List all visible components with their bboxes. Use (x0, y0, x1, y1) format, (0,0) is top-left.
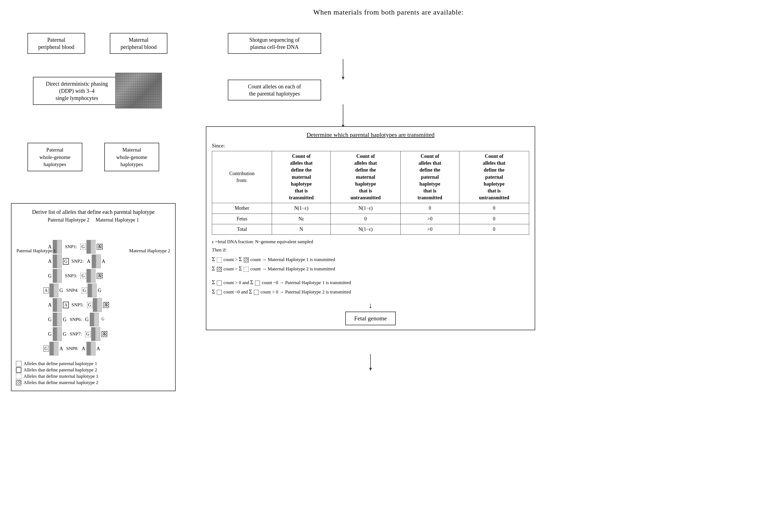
svg-marker-9 (55, 200, 58, 203)
determine-box: Determine which parental haplotypes are … (206, 126, 535, 330)
shotgun-box: Shotgun sequencing ofplasma cell-free DN… (228, 33, 321, 54)
main-title: When materials from both parents are ava… (11, 8, 766, 16)
derive-box: Derive list of alleles that define each … (11, 203, 176, 391)
snp-row-7: G G SNP7: G A (43, 327, 171, 341)
col-header-0: Contributionfrom: (212, 151, 272, 203)
col-header-3: Count ofalleles thatdefine thepaternalha… (401, 151, 459, 203)
paternal-blood-box: Paternal peripheral blood (27, 33, 85, 54)
maternal-hap2-label: Maternal Haplotype 2 (129, 248, 170, 254)
snp-row-6: G G SNP6: G G (43, 313, 171, 326)
then-if-label: Then if: (212, 247, 529, 253)
svg-marker-17 (369, 368, 372, 370)
paternal-hap1-label: Paternal Haplotype 1 (16, 248, 56, 254)
table-row-fetus: Fetus Nε 0 >0 0 (212, 214, 529, 224)
haplotype-table: Contributionfrom: Count ofalleles thatde… (212, 151, 529, 235)
legend-item-3: Alleles that define maternal haplotype 1 (16, 374, 171, 379)
ddp-box: Direct deterministic phasing(DDP) with 3… (33, 77, 121, 105)
fetal-genome-container: Fetal genome (212, 312, 529, 325)
rule-2: Σ count > Σ count → Maternal Haplotype 2… (212, 264, 529, 273)
legend-item-1: Alleles that define paternal haplotype 1 (16, 361, 171, 366)
paternal-haplotypes-box: Paternalwhole-genomehaplotypes (27, 143, 82, 171)
diagram-container: When materials from both parents are ava… (0, 0, 777, 532)
col-header-2: Count ofalleles thatdefine thematernalha… (331, 151, 401, 203)
col-header-1: Count ofalleles thatdefine thematernalha… (272, 151, 331, 203)
table-row-total: Total N N(1−ε) >0 0 (212, 224, 529, 234)
snp-row-2: A G SNP2: A (43, 254, 171, 268)
svg-marker-21 (299, 108, 302, 111)
snp-rows: A SNP1: G A (43, 240, 171, 355)
snp-row-4: A G SNP4: G G (43, 284, 171, 297)
maternal-blood-box: Maternal peripheral blood (110, 33, 168, 54)
legend-item-2: Alleles that define paternal haplotype 2 (16, 367, 171, 373)
svg-marker-11 (128, 200, 130, 203)
legend-item-4: Alleles that define maternal haplotype 2 (16, 380, 171, 386)
count-alleles-box: Count alleles on each ofthe parental hap… (228, 80, 321, 100)
rule-4: Σ count ~0 and Σ count > 0 → Paternal Ha… (212, 288, 529, 296)
fetal-genome-box: Fetal genome (345, 312, 396, 325)
col-header-4: Count ofalleles thatdefine thepaternalha… (459, 151, 529, 203)
svg-marker-13 (342, 77, 344, 80)
table-row-mother: Mother N(1−ε) N(1−ε) 0 0 (212, 203, 529, 214)
maternal-haplotypes-box: Maternalwhole-genomehaplotypes (104, 143, 159, 171)
rules-section: Σ count > Σ count → Maternal Haplotype 1… (212, 255, 529, 296)
snp-row-5: A A SNP5: G A (43, 298, 171, 312)
legend: Alleles that define paternal haplotype 1… (16, 361, 171, 386)
determine-title: Determine which parental haplotypes are … (212, 131, 529, 138)
since-label: Since: (212, 143, 529, 149)
epsilon-note: ε =fetal DNA fraction: N~genome equivale… (212, 239, 529, 244)
snp-row-3: G SNP3: G A (43, 269, 171, 283)
lymphocyte-image (115, 73, 162, 108)
rule-1: Σ count > Σ count → Maternal Haplotype 1… (212, 255, 529, 263)
rule-3: Σ count > 0 and Σ count ~0 → Paternal Ha… (212, 278, 529, 286)
derive-title: Derive list of alleles that define each … (16, 208, 171, 223)
snp-row-8: G A SNP8: A A (43, 342, 171, 355)
down-arrow: ↓ (212, 301, 529, 310)
